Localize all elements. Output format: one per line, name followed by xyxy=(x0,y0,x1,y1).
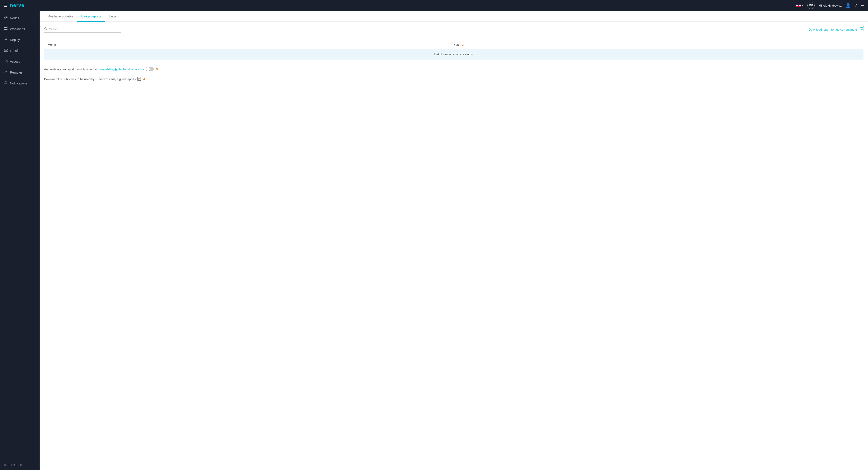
remotes-icon xyxy=(4,70,8,75)
logo: nerve xyxy=(10,2,25,8)
top-actions: Download report for the current month 1 xyxy=(809,27,864,32)
svg-rect-4 xyxy=(4,29,6,30)
tabs-bar: Available updates Usage reports Logs xyxy=(40,11,868,22)
sidebar-label-labels: Labels xyxy=(10,49,19,53)
language-selector[interactable]: ▾ xyxy=(796,4,803,7)
badge-3: 3 xyxy=(156,67,158,71)
transport-section: Automatically transport monthly report t… xyxy=(44,67,864,71)
transport-prefix: Automatically transport monthly report t… xyxy=(44,67,97,71)
sidebar-label-notifications: Notifications xyxy=(10,82,27,85)
svg-rect-5 xyxy=(6,29,7,30)
user-icon[interactable]: 👤 xyxy=(846,3,850,8)
svg-line-12 xyxy=(46,29,47,30)
search-icon xyxy=(44,27,47,31)
column-month: Month xyxy=(48,43,454,47)
sidebar-label-access: Access xyxy=(10,60,20,63)
page-content: Download report for the current month 1 xyxy=(40,22,868,470)
toggle-knob xyxy=(146,67,150,71)
sidebar-label-workloads: Workloads xyxy=(10,27,25,31)
labels-icon xyxy=(4,49,8,53)
username-label: Minela Grabovica xyxy=(819,4,841,7)
column-year: Year 2 xyxy=(454,43,860,47)
sidebar-item-nodes[interactable]: Nodes › xyxy=(0,13,40,24)
svg-rect-13 xyxy=(860,27,863,31)
svg-rect-17 xyxy=(137,77,141,81)
svg-point-11 xyxy=(44,28,46,29)
workloads-icon xyxy=(4,27,8,31)
language-chevron: ▾ xyxy=(802,4,803,7)
search-bar[interactable] xyxy=(44,27,121,33)
badge-1: 1 xyxy=(863,25,865,29)
svg-point-8 xyxy=(5,60,6,61)
svg-rect-2 xyxy=(4,27,6,28)
sidebar-item-access[interactable]: Access › xyxy=(0,56,40,67)
flag-icon xyxy=(796,4,801,7)
table-empty-message: List of usage reports is empty. xyxy=(44,49,864,60)
table-header: Month Year 2 xyxy=(44,41,864,49)
logout-icon[interactable]: ➔ xyxy=(861,3,864,8)
transport-email-link[interactable]: nerve-billing@tttech-industrial.com xyxy=(99,67,144,71)
deploy-chevron: › xyxy=(35,39,35,41)
badge-2: 2 xyxy=(462,43,463,47)
svg-rect-3 xyxy=(6,27,7,28)
access-icon xyxy=(4,59,8,64)
sidebar-item-labels[interactable]: Labels xyxy=(0,45,40,56)
sidebar-item-workloads[interactable]: Workloads xyxy=(0,24,40,34)
help-icon[interactable]: ? xyxy=(855,3,857,8)
navbar: ☰ nerve ▾ MG Minela Grabovica 👤 ? ➔ xyxy=(0,0,868,11)
sidebar-item-notifications[interactable]: Notifications xyxy=(0,78,40,89)
sidebar-label-deploy: Deploy xyxy=(10,38,20,42)
sidebar-item-deploy[interactable]: Deploy › xyxy=(0,34,40,45)
badge-4: 4 xyxy=(143,78,145,81)
svg-rect-7 xyxy=(4,51,7,52)
system-info-label[interactable]: SYSTEM INFO xyxy=(4,464,22,466)
svg-point-9 xyxy=(6,60,7,61)
download-file-icon xyxy=(860,27,864,32)
tab-logs[interactable]: Logs xyxy=(105,11,120,22)
download-current-month-button[interactable]: Download report for the current month xyxy=(809,27,864,32)
sidebar-label-remotes: Remotes xyxy=(10,71,23,74)
notifications-icon xyxy=(4,81,8,86)
main-layout: Nodes › Workloads Deploy › xyxy=(0,11,868,470)
download-label: Download report for the current month xyxy=(809,28,859,31)
main-content: Available updates Usage reports Logs xyxy=(40,11,868,470)
avatar[interactable]: MG xyxy=(807,2,815,9)
tab-available-updates[interactable]: Available updates xyxy=(44,11,77,22)
sidebar: Nodes › Workloads Deploy › xyxy=(0,11,40,470)
search-input[interactable] xyxy=(49,27,121,31)
sidebar-label-nodes: Nodes xyxy=(10,16,19,20)
nodes-chevron: › xyxy=(35,17,35,20)
svg-rect-6 xyxy=(4,49,7,50)
svg-point-0 xyxy=(5,17,6,18)
navbar-right: ▾ MG Minela Grabovica 👤 ? ➔ xyxy=(796,2,864,9)
transport-toggle[interactable] xyxy=(146,67,154,71)
pubkey-section: Download the public key to be used by TT… xyxy=(44,77,864,82)
sidebar-bottom: SYSTEM INFO xyxy=(0,460,40,470)
access-chevron: › xyxy=(35,60,35,63)
nodes-icon xyxy=(4,16,8,20)
menu-icon[interactable]: ☰ xyxy=(4,3,7,8)
svg-point-1 xyxy=(4,16,7,19)
pubkey-text: Download the public key to be used by TT… xyxy=(44,78,135,81)
navbar-left: ☰ nerve xyxy=(4,2,25,8)
sidebar-item-remotes[interactable]: Remotes xyxy=(0,67,40,78)
deploy-icon xyxy=(4,37,8,42)
pubkey-download-button[interactable] xyxy=(137,77,141,82)
tab-usage-reports[interactable]: Usage reports xyxy=(77,11,105,22)
svg-point-10 xyxy=(6,73,6,74)
